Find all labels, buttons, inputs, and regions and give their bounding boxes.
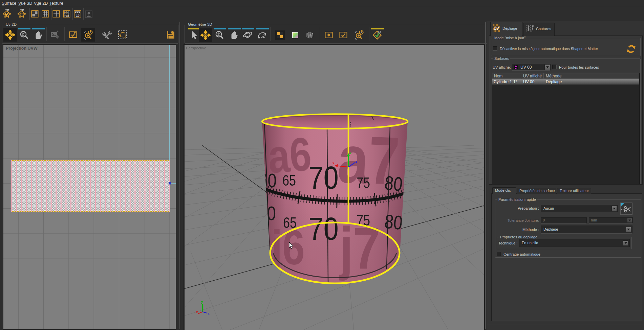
svg-text:75: 75: [357, 175, 370, 191]
svg-text:0: 0: [64, 14, 66, 17]
svg-text:x: x: [332, 161, 334, 165]
svg-text:70: 70: [308, 211, 339, 246]
svg-text:y: y: [350, 151, 351, 154]
svg-text:a1: a1: [66, 14, 69, 17]
svg-text:y: y: [201, 300, 203, 304]
svg-text:80: 80: [384, 210, 404, 234]
svg-text:Perspective: Perspective: [186, 46, 206, 50]
svg-text:z: z: [356, 160, 357, 163]
svg-text:Projection UVW: Projection UVW: [6, 46, 38, 51]
svg-text:65: 65: [282, 172, 296, 189]
svg-text:z: z: [208, 311, 210, 315]
svg-text:80: 80: [384, 172, 404, 195]
svg-text:70: 70: [308, 160, 339, 195]
svg-text:10: 10: [76, 14, 80, 17]
svg-text:UV: UV: [494, 26, 499, 30]
svg-text:x: x: [196, 310, 198, 314]
